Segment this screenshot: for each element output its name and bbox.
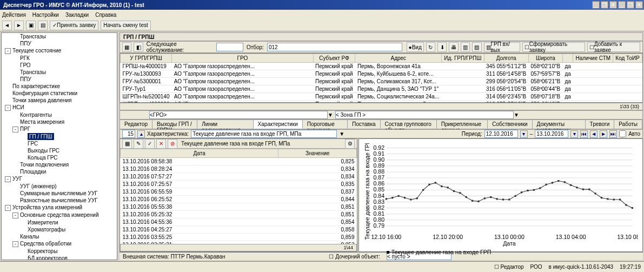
minimize-button[interactable]: _ [592,1,600,9]
grid-header[interactable]: Долгота [484,54,528,63]
table-cell[interactable]: 345 055º51'12"В [484,63,528,70]
grid-header[interactable]: Адрес [355,54,442,63]
tree-item[interactable]: Хроматографы [2,226,117,233]
tree-item[interactable]: -ПРГ [2,125,117,133]
table-cell[interactable] [442,78,484,85]
table-cell[interactable] [613,93,642,101]
table-row[interactable]: 13.10.2016 07:57:270,834 [121,173,357,181]
table-cell[interactable] [442,70,484,78]
tree-label[interactable]: Выходы ГРС [28,148,59,154]
tab-7[interactable]: Прикрепленные данные [437,120,488,129]
grid-header[interactable]: Ид. ГРП/ГРПШ [442,54,484,63]
table-cell[interactable]: 13.10.2016 04:55:36 [121,218,278,226]
export-icon[interactable]: ⬇ [437,42,447,52]
tree-label[interactable]: Корректоры [28,248,57,254]
tree-item[interactable]: Конфигурация статистики [2,90,117,97]
table-cell[interactable]: АО "Газпром газораспределен... [172,63,313,70]
tree-label[interactable]: ГРО [20,62,31,68]
table-cell[interactable]: да [562,93,573,101]
main-grid[interactable]: У ГРП/ГРПШГРОСубъект РФАдресИд. ГРП/ГРПШ… [119,53,643,103]
tree-item[interactable]: Точки подключения [2,161,117,168]
table-cell[interactable]: ГРПШ-№4000019 [121,63,172,70]
tree-label[interactable]: Каналы [20,234,39,240]
tree-item[interactable]: Площадки [2,168,117,175]
grid-header[interactable]: Широта [528,54,562,63]
table-row[interactable]: 13.10.2016 04:25:270,858 [121,226,357,234]
tree-label[interactable]: РГК [20,55,30,61]
val-edit-icon[interactable]: ✎ [134,139,143,149]
table-row[interactable]: 13.10.2016 03:55:250,859 [121,234,357,241]
tree-label[interactable]: Суммарные вычисляемые УУГ [20,190,98,196]
table-cell[interactable] [573,85,613,93]
tool-a-icon[interactable]: ▥ [461,42,470,52]
tree-item[interactable]: -Текущее состояние [2,47,117,55]
view-button[interactable]: ● Вид [407,42,424,52]
tree-item[interactable]: Точки замера давления [2,97,117,104]
table-cell[interactable]: ШГРПн-№5200140 [121,93,172,101]
tab-8[interactable]: Собственники [488,120,532,129]
table-cell[interactable] [573,78,613,85]
tree-item[interactable]: -Устройства узла измерений [2,204,117,211]
tree-item[interactable]: -Основные средства измерений [2,211,117,219]
tab-6[interactable]: Состав группового объекта [381,120,437,129]
table-cell[interactable]: 0,854 [278,218,357,226]
tab-0[interactable]: Редактор [120,120,152,129]
filter-icon-2[interactable]: ◧ [134,42,143,52]
tree-item[interactable]: Контрагенты [2,111,117,118]
tree-label[interactable]: УУГ [12,176,22,182]
tree-label[interactable]: Текущее состояние [12,48,61,54]
table-row[interactable]: ГРУ-№5300001АО "Газпром газораспределен.… [121,78,642,85]
table-cell[interactable]: 13.10.2016 08:28:24 [121,165,278,173]
tree-label[interactable]: ГП / ГПШ [28,133,54,140]
table-row[interactable]: 13.10.2016 05:55:380,851 [121,203,357,211]
tab-3[interactable]: Характеристики [254,120,303,129]
grid-header[interactable]: Код ТоИР [613,54,642,63]
tree-label[interactable]: Устройства узла измерений [12,204,82,210]
tree-label[interactable]: ПРГ [20,126,30,132]
menu-settings[interactable]: Настройки [32,12,59,18]
tree-expander-icon[interactable]: - [5,105,11,111]
table-cell[interactable]: Пермь, Социалистическая 24а... [355,93,442,101]
table-cell[interactable]: Пермский край [313,85,355,93]
tree-label[interactable]: ППУ [20,41,31,47]
make-order-button[interactable]: ☐ Сформировать заявку [522,42,585,52]
tree-label[interactable]: Точки замера давления [12,97,72,103]
tree-label[interactable]: Места измерения [20,119,64,125]
tree-item[interactable]: Каналы [2,233,117,240]
menu-bookmarks[interactable]: Закладки [65,12,89,18]
table-cell[interactable]: 311 056º14'58"В [484,70,528,78]
table-cell[interactable] [613,63,642,70]
table-cell[interactable]: АО "Газпром газораспределен... [172,85,313,93]
table-cell[interactable]: Пермь, Воронежская 41а [355,63,442,70]
tree-item[interactable]: По характеристике [2,83,117,90]
table-cell[interactable]: да [562,70,573,78]
tree-label[interactable]: Конфигурация статистики [12,90,77,96]
table-cell[interactable] [573,70,613,78]
table-cell[interactable]: АО "Газпром газораспределен... [172,78,313,85]
spin-input[interactable] [122,130,135,138]
tool-b-icon[interactable]: ▨ [472,42,481,52]
table-cell[interactable] [573,63,613,70]
table-row[interactable]: 13.10.2016 08:58:380,825 [121,158,357,165]
table-row[interactable]: ГРУ-№1300093АО "Газпром газораспределен.… [121,70,642,78]
tab-10[interactable]: Тревоги [586,120,615,129]
tree-item[interactable]: БД корректоров [2,255,117,260]
table-cell[interactable]: 316 056º11'05"В [484,85,528,93]
table-cell[interactable] [613,85,642,93]
tree-item[interactable]: ГП / ГПШ [2,133,117,140]
tab-9[interactable]: Документы эксплуатации [533,120,586,129]
tree-item[interactable]: -УУГ [2,175,117,183]
table-cell[interactable]: Пермь, Куйбышева 6-2, коте... [355,70,442,78]
table-cell[interactable]: Пермь, Данщина 5, ЗАО "ТУР 1" [355,85,442,93]
tool-1-icon[interactable]: ▣ [26,21,36,30]
grid-header[interactable]: ГРО [172,54,313,63]
grid-header[interactable]: Субъект РФ [313,54,355,63]
table-cell[interactable]: 13.10.2016 06:55:59 [121,188,278,196]
tab-4[interactable]: Пороговые значения [303,120,348,129]
table-row[interactable]: 13.10.2016 07:25:570,835 [121,181,357,188]
tree-label[interactable]: Хроматографы [28,227,65,233]
tab-5[interactable]: Поставка [348,120,380,129]
val-opt-icon[interactable]: ⚙ [345,139,355,149]
tree-item[interactable]: ГРО [2,62,117,69]
tree-label[interactable]: УУГ (инженер) [20,183,57,189]
